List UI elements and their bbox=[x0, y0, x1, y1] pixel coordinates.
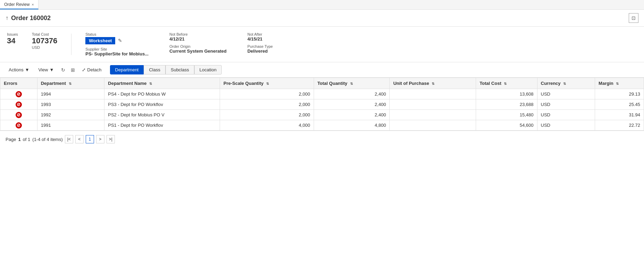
cell-department-name: PS3 - Dept for PO Workflov bbox=[104, 99, 220, 110]
table-row[interactable]: ⊘1992PS2 - Dept for Mobius PO V2,0002,40… bbox=[0, 110, 644, 120]
cell-department: 1991 bbox=[37, 120, 104, 131]
page-label: Page bbox=[6, 137, 16, 142]
status-label: Status bbox=[85, 32, 149, 36]
page-next-button[interactable]: > bbox=[96, 135, 104, 143]
page-number-button[interactable]: 1 bbox=[86, 135, 94, 143]
tab-close-icon[interactable]: × bbox=[32, 2, 34, 7]
purchase-type-label: Purchase Type bbox=[247, 44, 273, 48]
status-row-block: Status Worksheet ✎ bbox=[85, 32, 149, 44]
status-badge: Worksheet bbox=[85, 37, 115, 44]
col-margin-label: Margin bbox=[599, 81, 613, 86]
purchase-type-row: Purchase Type Delivered bbox=[247, 44, 273, 54]
col-pre-scale-label: Pre-Scale Quantity bbox=[223, 81, 264, 86]
col-total-quantity[interactable]: Total Quantity ⇅ bbox=[314, 78, 390, 89]
summary-info-group: Status Worksheet ✎ Supplier Site PS- Sup… bbox=[85, 32, 273, 56]
export-button[interactable]: ⊞ bbox=[69, 66, 76, 73]
view-label: View bbox=[39, 67, 48, 72]
supplier-site-label: Supplier Site bbox=[85, 47, 149, 51]
cell-currency: USD bbox=[537, 89, 595, 99]
actions-chevron-icon: ▼ bbox=[25, 67, 29, 72]
cell-total-cost: 13,608 bbox=[476, 89, 537, 99]
page-first-button[interactable]: |< bbox=[65, 135, 73, 143]
cell-unit-of-purchase bbox=[390, 120, 476, 131]
table-body: ⊘1994PS4 - Dept for PO Mobius W2,0002,40… bbox=[0, 89, 644, 131]
issues-block: Issues 34 bbox=[7, 32, 18, 56]
purchase-type-value: Delivered bbox=[247, 48, 273, 54]
status-row: Worksheet ✎ bbox=[85, 36, 149, 44]
error-icon: ⊘ bbox=[16, 112, 22, 118]
col-total-cost[interactable]: Total Cost ⇅ bbox=[476, 78, 537, 89]
cell-pre-scale-quantity: 4,000 bbox=[220, 120, 314, 131]
error-icon: ⊘ bbox=[16, 91, 22, 97]
page-last-button[interactable]: >| bbox=[107, 135, 115, 143]
table-row[interactable]: ⊘1993PS3 - Dept for PO Workflov2,0002,40… bbox=[0, 99, 644, 110]
error-icon: ⊘ bbox=[16, 122, 22, 128]
col-department[interactable]: Department ⇅ bbox=[37, 78, 104, 89]
not-after-value: 4/15/21 bbox=[247, 36, 273, 42]
col-department-name[interactable]: Department Name ⇅ bbox=[104, 78, 220, 89]
issues-label: Issues bbox=[7, 32, 18, 36]
toolbar: Actions ▼ View ▼ ↻ ⊞ ⤢ Detach Department… bbox=[0, 62, 644, 78]
table-row[interactable]: ⊘1991PS1 - Dept for PO Workflov4,0004,80… bbox=[0, 120, 644, 131]
cell-currency: USD bbox=[537, 120, 595, 131]
table-row[interactable]: ⊘1994PS4 - Dept for PO Mobius W2,0002,40… bbox=[0, 89, 644, 99]
col-unit-sort: ⇅ bbox=[432, 82, 434, 86]
cell-unit-of-purchase bbox=[390, 99, 476, 110]
cell-total-cost: 15,480 bbox=[476, 110, 537, 120]
col-margin-sort: ⇅ bbox=[616, 82, 619, 86]
up-arrow-icon[interactable]: ↑ bbox=[6, 15, 8, 21]
cell-pre-scale-quantity: 2,000 bbox=[220, 99, 314, 110]
edit-icon[interactable]: ✎ bbox=[118, 38, 122, 43]
supplier-site-value: PS- SupplierSite for Mobius... bbox=[85, 51, 149, 56]
data-table: Errors Department ⇅ Department Name ⇅ Pr… bbox=[0, 78, 644, 131]
error-cell: ⊘ bbox=[0, 110, 37, 120]
not-after-label: Not After bbox=[247, 32, 273, 36]
actions-button[interactable]: Actions ▼ bbox=[6, 65, 33, 74]
not-before-row: Not Before 4/12/21 bbox=[169, 32, 227, 42]
col-currency[interactable]: Currency ⇅ bbox=[537, 78, 595, 89]
cell-total-quantity: 4,800 bbox=[314, 120, 390, 131]
col-department-name-label: Department Name bbox=[108, 81, 146, 86]
page-prev-button[interactable]: < bbox=[75, 135, 84, 143]
refresh-button[interactable]: ↻ bbox=[60, 66, 67, 73]
col-errors-label: Errors bbox=[4, 81, 17, 86]
cell-total-quantity: 2,400 bbox=[314, 99, 390, 110]
total-cost-label: Total Cost bbox=[32, 32, 57, 36]
error-cell: ⊘ bbox=[0, 120, 37, 131]
col-total-cost-sort: ⇅ bbox=[504, 82, 507, 86]
view-tab-group: Department Class Subclass Location bbox=[110, 65, 222, 74]
order-origin-row: Order Origin Current System Generated bbox=[169, 44, 227, 54]
order-review-tab[interactable]: Order Review × bbox=[0, 0, 39, 9]
view-chevron-icon: ▼ bbox=[49, 67, 54, 72]
col-margin[interactable]: Margin ⇅ bbox=[595, 78, 644, 89]
cell-margin: 31.94 bbox=[595, 110, 644, 120]
tab-department[interactable]: Department bbox=[110, 65, 144, 74]
view-button[interactable]: View ▼ bbox=[35, 65, 57, 74]
cell-unit-of-purchase bbox=[390, 110, 476, 120]
total-cost-value: 107376 bbox=[32, 36, 57, 45]
page-current: 1 bbox=[18, 137, 20, 142]
col-department-label: Department bbox=[41, 81, 66, 86]
cell-pre-scale-quantity: 2,000 bbox=[220, 89, 314, 99]
tab-subclass[interactable]: Subclass bbox=[166, 65, 194, 74]
col-department-name-sort: ⇅ bbox=[149, 82, 152, 86]
page-range: (1-4 of 4 items) bbox=[32, 137, 62, 142]
tab-class[interactable]: Class bbox=[144, 65, 166, 74]
table-header: Errors Department ⇅ Department Name ⇅ Pr… bbox=[0, 78, 644, 89]
cell-department-name: PS1 - Dept for PO Workflov bbox=[104, 120, 220, 131]
col-pre-scale-quantity[interactable]: Pre-Scale Quantity ⇅ bbox=[220, 78, 314, 89]
detach-icon: ⤢ bbox=[82, 67, 86, 72]
col-total-qty-label: Total Quantity bbox=[317, 81, 347, 86]
col-unit-of-purchase[interactable]: Unit of Purchase ⇅ bbox=[390, 78, 476, 89]
cell-department: 1994 bbox=[37, 89, 104, 99]
cell-total-quantity: 2,400 bbox=[314, 110, 390, 120]
detach-label: Detach bbox=[87, 67, 101, 72]
tab-location[interactable]: Location bbox=[194, 65, 222, 74]
settings-icon-btn[interactable]: ⊡ bbox=[629, 13, 638, 23]
cell-margin: 22.72 bbox=[595, 120, 644, 131]
col-total-cost-label: Total Cost bbox=[480, 81, 501, 86]
summary-divider bbox=[71, 34, 71, 55]
col-unit-label: Unit of Purchase bbox=[393, 81, 429, 86]
detach-button[interactable]: ⤢ Detach bbox=[79, 66, 104, 74]
cell-currency: USD bbox=[537, 110, 595, 120]
